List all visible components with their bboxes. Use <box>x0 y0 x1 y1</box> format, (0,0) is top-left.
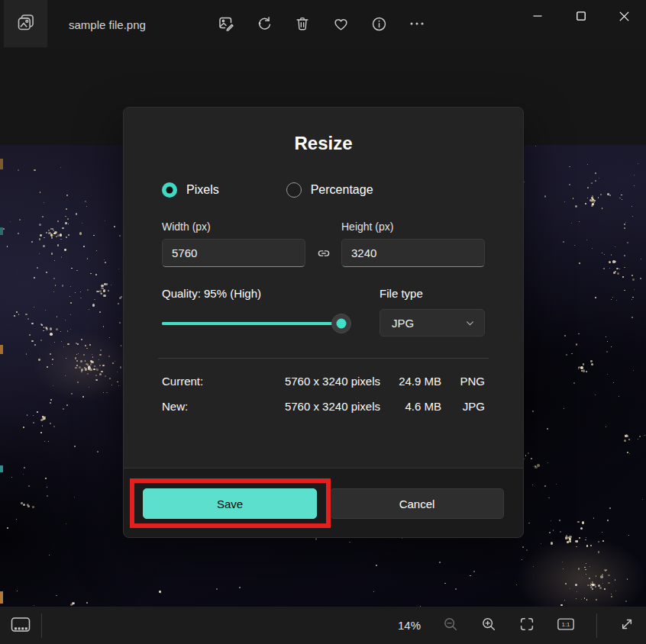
height-input[interactable] <box>341 239 485 267</box>
minimize-button[interactable] <box>515 0 559 34</box>
dialog-footer: Save Cancel <box>124 468 523 537</box>
close-icon <box>619 11 629 24</box>
radio-pixels-label: Pixels <box>186 183 219 197</box>
save-button[interactable]: Save <box>143 488 317 519</box>
edit-image-button[interactable] <box>217 16 235 34</box>
favorite-button[interactable] <box>331 16 350 34</box>
quality-slider-fill <box>162 322 341 325</box>
new-dimensions: 5760 x 3240 pixels <box>228 400 380 413</box>
zoom-level-label: 14% <box>398 619 421 632</box>
zoom-out-button[interactable] <box>442 616 459 635</box>
resize-mode-group: Pixels Percentage <box>162 182 485 198</box>
adjacent-photo-edge <box>0 145 3 607</box>
dimension-fields: Width (px) Height (px) <box>162 221 485 267</box>
radio-option-pixels[interactable]: Pixels <box>162 182 219 198</box>
chevron-down-icon <box>465 318 475 328</box>
svg-text:1:1: 1:1 <box>562 621 570 628</box>
fit-to-window-icon <box>518 616 535 635</box>
width-label: Width (px) <box>162 221 305 233</box>
fullscreen-icon <box>619 616 635 635</box>
filmstrip-icon <box>10 615 31 636</box>
zoom-in-button[interactable] <box>480 616 497 635</box>
more-button[interactable] <box>408 16 426 34</box>
new-size: 4.6 MB <box>380 400 441 413</box>
titlebar-toolbar <box>217 0 426 50</box>
file-type-dropdown[interactable]: JPG <box>380 309 485 336</box>
maximize-button[interactable] <box>559 0 602 34</box>
link-dimensions-icon <box>305 239 341 267</box>
edit-image-icon <box>217 14 235 35</box>
current-label: Current: <box>162 375 228 388</box>
radio-pixels[interactable] <box>162 182 177 198</box>
delete-button[interactable] <box>293 16 312 34</box>
close-button[interactable] <box>602 0 646 34</box>
rotate-icon <box>256 15 273 35</box>
cancel-button[interactable]: Cancel <box>330 488 504 519</box>
size-summary: Current: 5760 x 3240 pixels 24.9 MB PNG … <box>162 369 485 419</box>
minimize-icon <box>533 11 542 23</box>
zoom-in-icon <box>480 616 497 635</box>
quality-slider[interactable] <box>162 314 350 333</box>
window-controls <box>515 0 646 34</box>
summary-row-current: Current: 5760 x 3240 pixels 24.9 MB PNG <box>162 369 485 394</box>
file-type-value: JPG <box>392 317 465 330</box>
filmstrip-toggle-button[interactable] <box>10 615 31 636</box>
new-format: JPG <box>441 400 485 413</box>
info-button[interactable] <box>370 16 388 34</box>
height-label: Height (px) <box>341 221 485 233</box>
photos-app-window: sample file.png <box>0 0 646 644</box>
radio-percentage[interactable] <box>286 182 302 198</box>
status-bar: 14% <box>0 607 646 644</box>
favorite-icon <box>332 15 350 35</box>
fit-to-window-button[interactable] <box>518 616 535 635</box>
delete-icon <box>294 15 311 34</box>
resize-dialog: Resize Pixels Percentage Width (px) <box>123 107 524 538</box>
fullscreen-button[interactable] <box>619 616 635 635</box>
current-format: PNG <box>441 375 485 388</box>
zoom-out-icon <box>442 616 459 635</box>
dialog-title: Resize <box>124 133 523 154</box>
app-logo-tile[interactable] <box>4 0 47 47</box>
quality-slider-thumb[interactable] <box>331 314 351 333</box>
info-icon <box>370 15 388 35</box>
new-label: New: <box>162 400 228 413</box>
quality-filetype-row: Quality: 95% (High) File type JPG <box>162 287 485 336</box>
summary-row-new: New: 5760 x 3240 pixels 4.6 MB JPG <box>162 394 485 419</box>
actual-size-icon: 1:1 <box>557 616 575 635</box>
actual-size-button[interactable]: 1:1 <box>557 616 575 635</box>
rotate-button[interactable] <box>255 16 273 34</box>
statusbar-divider-right <box>596 613 597 638</box>
width-input[interactable] <box>162 239 305 267</box>
photos-app-icon <box>15 12 36 36</box>
statusbar-divider-left <box>41 613 42 638</box>
quality-label: Quality: 95% (High) <box>162 287 261 300</box>
current-size: 24.9 MB <box>380 375 441 388</box>
radio-option-percentage[interactable]: Percentage <box>286 182 373 198</box>
file-type-label: File type <box>380 287 423 300</box>
radio-percentage-label: Percentage <box>311 183 373 197</box>
maximize-icon <box>577 11 586 23</box>
current-dimensions: 5760 x 3240 pixels <box>228 375 380 388</box>
more-icon <box>408 14 426 35</box>
summary-divider <box>158 358 489 359</box>
title-bar: sample file.png <box>0 0 646 50</box>
file-title: sample file.png <box>69 0 146 50</box>
